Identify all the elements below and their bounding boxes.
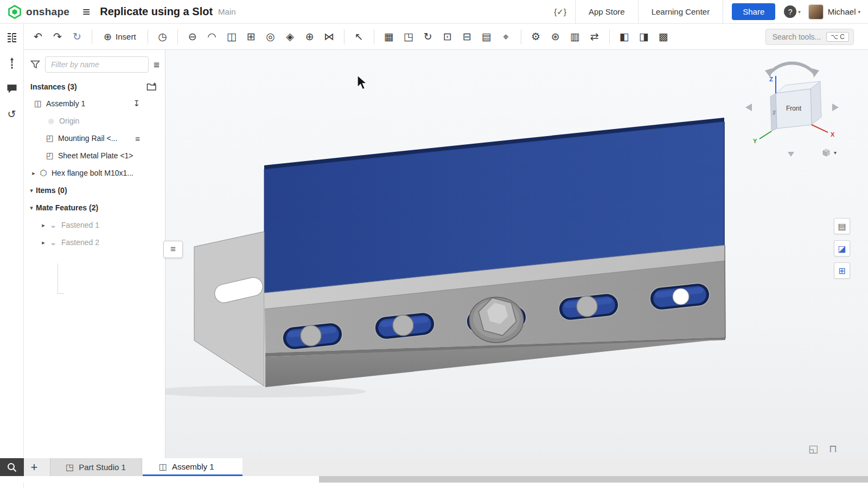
learning-center-button[interactable]: Learning Center bbox=[638, 0, 724, 23]
chevron-down-icon[interactable]: ▾ bbox=[858, 9, 860, 15]
screw-relation-icon[interactable]: ⊛ bbox=[547, 28, 564, 46]
pattern-feature-icon[interactable]: ▤ bbox=[478, 28, 495, 46]
user-name[interactable]: Michael bbox=[828, 7, 856, 16]
add-tab-button[interactable]: + bbox=[24, 458, 44, 476]
mate-connector-panel-icon[interactable] bbox=[5, 56, 19, 70]
belt-relation-icon[interactable]: ⇄ bbox=[586, 28, 603, 46]
appearance-panel-icon[interactable]: ◪ bbox=[834, 240, 850, 256]
insert-button[interactable]: ⊕ Insert bbox=[98, 31, 142, 43]
share-button[interactable]: Share bbox=[732, 3, 775, 20]
tree-item-label: Fastened 1 bbox=[61, 221, 99, 229]
origin-icon: ◎ bbox=[46, 117, 56, 125]
toolbar-separator bbox=[374, 29, 374, 44]
mate-connector-icon[interactable]: ⌖ bbox=[497, 28, 515, 46]
workspace-name[interactable]: Main bbox=[218, 7, 236, 16]
avatar[interactable] bbox=[808, 4, 824, 20]
search-tools-box[interactable]: Search tools... ⌥ C bbox=[765, 29, 854, 45]
rack-relation-icon[interactable]: ▥ bbox=[566, 28, 584, 46]
redo-button[interactable]: ↷ bbox=[49, 28, 66, 46]
measure-icon[interactable]: ⊓ bbox=[829, 442, 837, 455]
pin-slot-mate-icon[interactable]: ⋈ bbox=[321, 28, 338, 46]
turn-left-arrow-icon[interactable] bbox=[745, 104, 752, 111]
box-select-icon[interactable]: ▦ bbox=[380, 28, 398, 46]
mate-icon[interactable]: ⊖ bbox=[184, 28, 201, 46]
group-icon[interactable]: ◫ bbox=[223, 28, 240, 46]
comments-icon[interactable] bbox=[5, 81, 19, 95]
onshape-logo[interactable]: onshape bbox=[0, 5, 69, 19]
right-panel-stack: ▤ ◪ ⊞ bbox=[834, 218, 850, 279]
rail-end-cap[interactable] bbox=[194, 232, 264, 386]
copy-part-icon[interactable]: ⊟ bbox=[458, 28, 476, 46]
tab-part-studio-1[interactable]: ◳ Part Studio 1 bbox=[50, 458, 142, 476]
rotate-arc-icon[interactable] bbox=[769, 63, 815, 74]
onshape-logo-icon bbox=[8, 5, 22, 19]
fixed-anchor-icon: ↧ bbox=[133, 99, 140, 108]
tree-item-fastened-1[interactable]: ▸ ◒ Fastened 1 bbox=[24, 216, 165, 234]
rotate-part-icon[interactable]: ↻ bbox=[419, 28, 437, 46]
filter-icon[interactable] bbox=[30, 60, 40, 69]
tree-item-sheet-metal-plate[interactable]: ◰ Sheet Metal Plate <1> bbox=[24, 147, 165, 164]
hex-flange-bolt[interactable] bbox=[469, 297, 524, 343]
list-view-icon[interactable]: ≡ bbox=[154, 60, 159, 70]
graphics-viewport[interactable]: Front left Z Y X ▾ ▤ ◪ ⊞ ◱ ⊓ ≡ bbox=[165, 50, 868, 458]
help-menu[interactable]: ? ▾ bbox=[784, 5, 801, 18]
section-view-icon[interactable]: ◱ bbox=[808, 442, 818, 455]
help-icon[interactable]: ? bbox=[784, 5, 796, 18]
slot-1-standoff bbox=[301, 325, 321, 346]
fastened-mate-icon: ◒ bbox=[48, 238, 59, 247]
document-tab-bar: + ◳ Part Studio 1 ◫ Assembly 1 bbox=[0, 458, 868, 476]
ball-mate-icon[interactable]: ◈ bbox=[282, 28, 299, 46]
drawing-icon[interactable]: ◨ bbox=[635, 28, 653, 46]
history-icon[interactable]: ↺ bbox=[5, 107, 19, 121]
undo-button[interactable]: ↶ bbox=[29, 28, 47, 46]
revolute-mate-icon[interactable]: ◠ bbox=[203, 28, 221, 46]
tab-assembly-1[interactable]: ◫ Assembly 1 bbox=[143, 458, 242, 476]
view-modes-button[interactable]: ▾ bbox=[815, 145, 843, 159]
chevron-down-icon[interactable]: ▾ bbox=[27, 187, 36, 194]
app-store-button[interactable]: App Store bbox=[575, 0, 638, 23]
tree-section-mate-features[interactable]: ▾ Mate Features (2) bbox=[24, 199, 165, 216]
cylindrical-mate-icon[interactable]: ⊕ bbox=[301, 28, 318, 46]
bom-table-panel-icon[interactable]: ▤ bbox=[834, 218, 850, 234]
tab-label: Assembly 1 bbox=[172, 462, 214, 471]
tab-scrollbar-thumb[interactable] bbox=[319, 476, 868, 483]
named-views-icon[interactable]: ◷ bbox=[154, 28, 171, 46]
tree-item-origin[interactable]: ◎ Origin bbox=[24, 112, 165, 130]
chevron-down-icon[interactable]: ▾ bbox=[27, 204, 36, 211]
configurations-panel-icon[interactable]: ⊞ bbox=[834, 262, 850, 279]
circular-pattern-icon[interactable]: ◎ bbox=[262, 28, 279, 46]
gear-relation-icon[interactable]: ⚙ bbox=[527, 28, 545, 46]
tree-item-fastened-2[interactable]: ▸ ◒ Fastened 2 bbox=[24, 234, 165, 251]
search-tabs-button[interactable] bbox=[0, 458, 24, 476]
cube-right-face[interactable] bbox=[810, 81, 821, 125]
tree-guide-line bbox=[58, 264, 64, 294]
main-menu-icon[interactable]: ≡ bbox=[82, 5, 90, 18]
tree-item-assembly[interactable]: ◫ Assembly 1 ↧ bbox=[24, 95, 165, 112]
rail-right-edge bbox=[725, 245, 725, 338]
toolbar-separator bbox=[177, 29, 178, 44]
logo-text: onshape bbox=[26, 6, 69, 18]
tab-scrollbar-track[interactable] bbox=[0, 476, 868, 483]
tree-item-mounting-rail[interactable]: ◰ Mounting Rail <... ≡ bbox=[24, 130, 165, 147]
chevron-right-icon[interactable]: ▸ bbox=[29, 170, 38, 177]
tree-item-hex-flange-bolt[interactable]: ▸ ⬡ Hex flange bolt M10x1... bbox=[24, 164, 165, 182]
chevron-right-icon[interactable]: ▸ bbox=[39, 239, 48, 246]
slot-2-standoff bbox=[393, 315, 413, 336]
turn-right-arrow-icon[interactable] bbox=[832, 104, 839, 111]
filter-input[interactable] bbox=[45, 56, 149, 73]
add-folder-icon[interactable] bbox=[146, 82, 157, 91]
bom-icon[interactable]: ▩ bbox=[655, 28, 672, 46]
turn-down-arrow-icon[interactable] bbox=[788, 152, 794, 157]
replicate-icon[interactable]: ⊡ bbox=[439, 28, 456, 46]
tree-section-items[interactable]: ▾ Items (0) bbox=[24, 182, 165, 199]
featurescript-icon[interactable]: {✓} bbox=[545, 7, 575, 17]
chevron-right-icon[interactable]: ▸ bbox=[39, 222, 48, 229]
display-states-icon[interactable]: ◧ bbox=[616, 28, 633, 46]
select-icon[interactable]: ↖ bbox=[350, 28, 368, 46]
instances-list-icon[interactable] bbox=[5, 30, 19, 44]
rotate-right-arrow-icon[interactable] bbox=[812, 68, 819, 78]
move-part-icon[interactable]: ◳ bbox=[400, 28, 417, 46]
feature-list-flyout-handle[interactable]: ≡ bbox=[163, 241, 183, 258]
sync-button[interactable]: ↻ bbox=[68, 28, 86, 46]
linear-pattern-icon[interactable]: ⊞ bbox=[242, 28, 260, 46]
